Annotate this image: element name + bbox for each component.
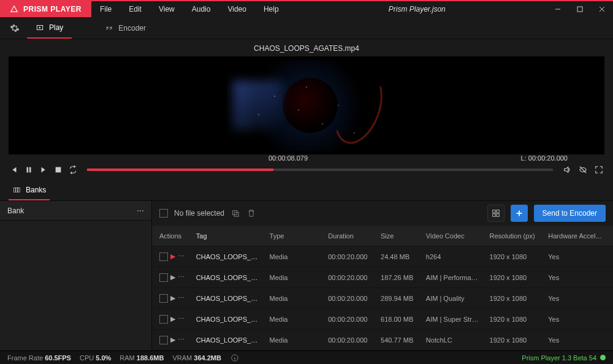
fullscreen-button[interactable] [593, 164, 604, 175]
row-menu-button[interactable]: ⋯ [178, 294, 185, 302]
row-duration: 00:00:20.000 [323, 336, 376, 344]
copy-button[interactable] [230, 208, 240, 218]
sidebar: Bank ⋯ [0, 201, 152, 351]
row-play-button[interactable]: ▶ [170, 315, 175, 323]
settings-button[interactable] [7, 21, 22, 36]
select-all-checkbox[interactable] [159, 209, 168, 218]
menu-audio[interactable]: Audio [183, 1, 219, 17]
row-type: Media [265, 253, 324, 260]
add-button[interactable] [511, 205, 528, 222]
col-codec: Video Codec [421, 232, 485, 240]
row-menu-button[interactable]: ⋯ [178, 336, 185, 344]
status-bar: Frame Rate 60.5FPS CPU 5.0% RAM 188.6MB … [0, 351, 613, 364]
row-menu-button[interactable]: ⋯ [178, 252, 185, 260]
row-play-button[interactable]: ▶ [170, 294, 175, 302]
row-tag: CHAOS_LOOPS_AG... [191, 274, 265, 281]
col-actions: Actions [154, 232, 191, 240]
table-row[interactable]: ▶⋯CHAOS_LOOPS_AG...Media00:00:20.000289.… [152, 288, 613, 309]
menu-file[interactable]: File [91, 1, 120, 17]
seek-bar[interactable] [87, 169, 553, 171]
svg-rect-3 [13, 188, 15, 192]
window-title: Prism Player.json [287, 5, 547, 13]
row-menu-button[interactable]: ⋯ [178, 273, 185, 281]
col-hw: Hardware Accelerated [543, 232, 611, 240]
table-header: Actions Tag Type Duration Size Video Cod… [152, 226, 613, 246]
row-checkbox[interactable] [159, 273, 168, 282]
menu-view[interactable]: View [150, 1, 183, 17]
window-controls [547, 1, 613, 18]
menu-video[interactable]: Video [219, 1, 254, 17]
banks-bar: Banks [0, 180, 613, 201]
row-checkbox[interactable] [159, 336, 168, 344]
row-menu-button[interactable]: ⋯ [178, 315, 185, 323]
svg-rect-5 [18, 188, 20, 192]
maximize-button[interactable] [569, 1, 591, 18]
row-resolution: 1920 x 1080 [485, 316, 544, 323]
row-codec: AIM | Super Stream [421, 316, 485, 323]
bank-menu-button[interactable]: ⋯ [137, 207, 144, 215]
row-duration: 00:00:20.000 [323, 274, 376, 281]
video-viewport[interactable] [9, 56, 604, 154]
loop-button[interactable] [67, 164, 78, 175]
row-hw: Yes [543, 274, 611, 281]
svg-rect-0 [577, 7, 582, 12]
col-resolution: Resolution (px) [485, 232, 544, 240]
tab-banks[interactable]: Banks [9, 180, 50, 200]
menu-edit[interactable]: Edit [120, 1, 150, 17]
col-type: Type [265, 232, 324, 240]
content-area: Bank ⋯ No file selected Send to Encoder … [0, 201, 613, 351]
svg-rect-7 [234, 212, 238, 216]
timecode-row: 00:00:08.079 L: 00:00:20.000 [0, 154, 613, 162]
status-version-wrap: Prism Player 1.3 Beta 54 [522, 354, 606, 362]
bank-header: Bank ⋯ [0, 201, 151, 221]
current-filename: CHAOS_LOOPS_AGATES.mp4 [0, 39, 613, 56]
minimize-button[interactable] [547, 1, 569, 18]
row-type: Media [265, 274, 324, 281]
row-codec: h264 [421, 253, 485, 260]
row-codec: AIM | Quality [421, 295, 485, 302]
row-duration: 00:00:20.000 [323, 316, 376, 323]
stop-button[interactable] [53, 164, 64, 175]
delete-button[interactable] [246, 208, 256, 218]
table-row[interactable]: ▶⋯CHAOS_LOOPS_AG...Media00:00:20.000540.… [152, 330, 613, 351]
grid-view-button[interactable] [487, 205, 504, 222]
info-button[interactable] [230, 353, 240, 363]
row-hw: Yes [543, 316, 611, 323]
row-play-button[interactable]: ▶ [170, 252, 175, 260]
row-checkbox[interactable] [159, 252, 168, 261]
table-row[interactable]: ▶⋯CHAOS_LOOPS_AG...Media00:00:20.000618.… [152, 309, 613, 330]
row-size: 540.77 MB [376, 336, 421, 344]
table-row[interactable]: ▶⋯CHAOS_LOOPS_AG...Media00:00:20.00024.4… [152, 246, 613, 267]
tab-banks-label: Banks [26, 186, 46, 194]
pause-button[interactable] [23, 164, 34, 175]
tab-encoder[interactable]: Encoder [96, 17, 154, 39]
row-tag: CHAOS_LOOPS_AG... [191, 295, 265, 302]
tab-play[interactable]: Play [27, 17, 72, 39]
hide-button[interactable] [577, 164, 588, 175]
menu-help[interactable]: Help [255, 1, 287, 17]
row-resolution: 1920 x 1080 [485, 253, 544, 260]
col-size: Size [376, 232, 421, 240]
skip-end-button[interactable] [38, 164, 49, 175]
svg-rect-2 [56, 167, 61, 173]
row-checkbox[interactable] [159, 294, 168, 303]
send-to-encoder-button[interactable]: Send to Encoder [534, 205, 606, 222]
row-checkbox[interactable] [159, 315, 168, 324]
volume-button[interactable] [562, 164, 573, 175]
banks-icon [12, 186, 21, 194]
status-version: Prism Player 1.3 Beta 54 [522, 354, 596, 362]
row-size: 618.00 MB [376, 316, 421, 323]
row-size: 289.94 MB [376, 295, 421, 302]
play-tab-icon [36, 23, 44, 32]
row-codec: AIM | Performance [421, 274, 485, 281]
status-ram: RAM 188.6MB [120, 354, 164, 362]
table-row[interactable]: ▶⋯CHAOS_LOOPS_AG...Media00:00:20.000187.… [152, 267, 613, 288]
close-button[interactable] [591, 1, 613, 18]
main-toolbar: Play Encoder [0, 17, 613, 39]
row-size: 187.26 MB [376, 274, 421, 281]
row-tag: CHAOS_LOOPS_AG... [191, 336, 265, 344]
row-play-button[interactable]: ▶ [170, 273, 175, 281]
row-size: 24.48 MB [376, 253, 421, 260]
row-play-button[interactable]: ▶ [170, 336, 175, 344]
skip-start-button[interactable] [9, 164, 20, 175]
